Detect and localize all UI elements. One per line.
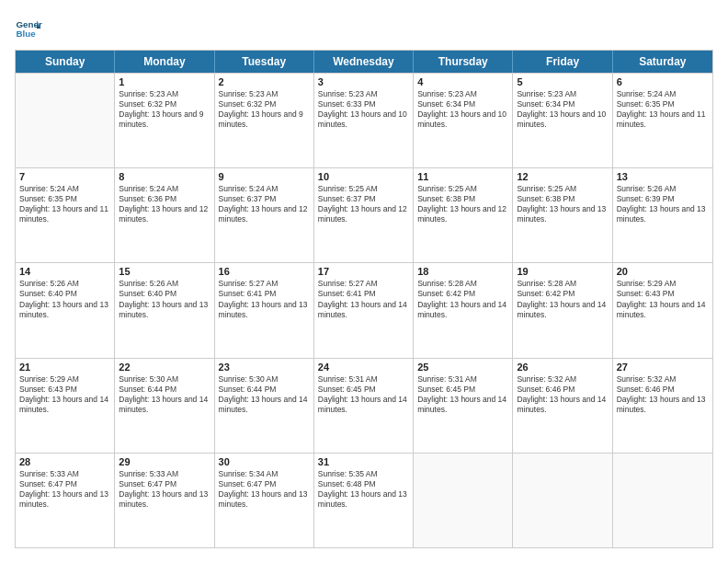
day-number: 18 xyxy=(417,266,508,277)
calendar-cell xyxy=(16,74,115,167)
calendar-cell: 3Sunrise: 5:23 AM Sunset: 6:33 PM Daylig… xyxy=(314,74,414,167)
calendar-cell: 31Sunrise: 5:35 AM Sunset: 6:48 PM Dayli… xyxy=(314,454,414,547)
calendar-cell xyxy=(513,454,612,547)
logo: General Blue xyxy=(15,15,42,42)
cell-info: Sunrise: 5:32 AM Sunset: 6:46 PM Dayligh… xyxy=(517,374,608,415)
day-number: 17 xyxy=(318,266,409,277)
cell-info: Sunrise: 5:24 AM Sunset: 6:35 PM Dayligh… xyxy=(617,89,709,130)
cell-info: Sunrise: 5:29 AM Sunset: 6:43 PM Dayligh… xyxy=(617,279,709,319)
calendar-cell: 1Sunrise: 5:23 AM Sunset: 6:32 PM Daylig… xyxy=(115,74,214,167)
calendar-cell: 29Sunrise: 5:33 AM Sunset: 6:47 PM Dayli… xyxy=(115,454,214,547)
calendar-cell: 18Sunrise: 5:28 AM Sunset: 6:42 PM Dayli… xyxy=(414,263,513,357)
cell-info: Sunrise: 5:30 AM Sunset: 6:44 PM Dayligh… xyxy=(219,374,310,415)
cell-info: Sunrise: 5:33 AM Sunset: 6:47 PM Dayligh… xyxy=(19,469,110,510)
calendar: SundayMondayTuesdayWednesdayThursdayFrid… xyxy=(15,50,713,548)
calendar-row-5: 28Sunrise: 5:33 AM Sunset: 6:47 PM Dayli… xyxy=(16,453,712,547)
header-day-sunday: Sunday xyxy=(16,51,115,73)
day-number: 5 xyxy=(517,76,608,87)
cell-info: Sunrise: 5:25 AM Sunset: 6:37 PM Dayligh… xyxy=(318,184,409,224)
day-number: 3 xyxy=(318,76,409,87)
cell-info: Sunrise: 5:26 AM Sunset: 6:40 PM Dayligh… xyxy=(119,279,210,319)
day-number: 27 xyxy=(617,362,709,373)
calendar-cell: 27Sunrise: 5:32 AM Sunset: 6:46 PM Dayli… xyxy=(613,359,712,453)
calendar-cell: 20Sunrise: 5:29 AM Sunset: 6:43 PM Dayli… xyxy=(613,263,712,357)
calendar-cell: 25Sunrise: 5:31 AM Sunset: 6:45 PM Dayli… xyxy=(414,359,513,453)
header-day-thursday: Thursday xyxy=(414,51,513,73)
day-number: 21 xyxy=(19,362,110,373)
calendar-row-2: 7Sunrise: 5:24 AM Sunset: 6:35 PM Daylig… xyxy=(16,167,712,262)
cell-info: Sunrise: 5:33 AM Sunset: 6:47 PM Dayligh… xyxy=(119,469,210,510)
calendar-cell: 10Sunrise: 5:25 AM Sunset: 6:37 PM Dayli… xyxy=(314,168,414,262)
day-number: 20 xyxy=(617,266,709,277)
cell-info: Sunrise: 5:23 AM Sunset: 6:34 PM Dayligh… xyxy=(517,89,608,130)
cell-info: Sunrise: 5:27 AM Sunset: 6:41 PM Dayligh… xyxy=(219,279,310,319)
calendar-cell: 7Sunrise: 5:24 AM Sunset: 6:35 PM Daylig… xyxy=(16,168,115,262)
calendar-cell: 24Sunrise: 5:31 AM Sunset: 6:45 PM Dayli… xyxy=(314,359,414,453)
day-number: 1 xyxy=(119,76,210,87)
day-number: 14 xyxy=(19,266,110,277)
calendar-cell: 4Sunrise: 5:23 AM Sunset: 6:34 PM Daylig… xyxy=(414,74,513,167)
day-number: 11 xyxy=(417,171,508,182)
day-number: 30 xyxy=(219,456,310,467)
calendar-cell xyxy=(613,454,712,547)
calendar-cell: 15Sunrise: 5:26 AM Sunset: 6:40 PM Dayli… xyxy=(115,263,214,357)
calendar-cell: 28Sunrise: 5:33 AM Sunset: 6:47 PM Dayli… xyxy=(16,454,115,547)
calendar-cell: 8Sunrise: 5:24 AM Sunset: 6:36 PM Daylig… xyxy=(115,168,214,262)
cell-info: Sunrise: 5:25 AM Sunset: 6:38 PM Dayligh… xyxy=(517,184,608,224)
cell-info: Sunrise: 5:24 AM Sunset: 6:37 PM Dayligh… xyxy=(219,184,310,224)
day-number: 12 xyxy=(517,171,608,182)
calendar-cell: 30Sunrise: 5:34 AM Sunset: 6:47 PM Dayli… xyxy=(215,454,314,547)
cell-info: Sunrise: 5:30 AM Sunset: 6:44 PM Dayligh… xyxy=(119,374,210,415)
calendar-cell: 17Sunrise: 5:27 AM Sunset: 6:41 PM Dayli… xyxy=(314,263,414,357)
calendar-cell: 14Sunrise: 5:26 AM Sunset: 6:40 PM Dayli… xyxy=(16,263,115,357)
day-number: 19 xyxy=(517,266,608,277)
calendar-cell: 11Sunrise: 5:25 AM Sunset: 6:38 PM Dayli… xyxy=(414,168,513,262)
day-number: 15 xyxy=(119,266,210,277)
calendar-cell: 21Sunrise: 5:29 AM Sunset: 6:43 PM Dayli… xyxy=(16,359,115,453)
calendar-cell: 23Sunrise: 5:30 AM Sunset: 6:44 PM Dayli… xyxy=(215,359,314,453)
calendar-cell: 22Sunrise: 5:30 AM Sunset: 6:44 PM Dayli… xyxy=(115,359,214,453)
calendar-body: 1Sunrise: 5:23 AM Sunset: 6:32 PM Daylig… xyxy=(16,73,712,547)
cell-info: Sunrise: 5:24 AM Sunset: 6:35 PM Dayligh… xyxy=(19,184,110,224)
calendar-row-3: 14Sunrise: 5:26 AM Sunset: 6:40 PM Dayli… xyxy=(16,262,712,357)
calendar-cell: 2Sunrise: 5:23 AM Sunset: 6:32 PM Daylig… xyxy=(215,74,314,167)
day-number: 6 xyxy=(617,76,709,87)
header-day-tuesday: Tuesday xyxy=(215,51,314,73)
cell-info: Sunrise: 5:28 AM Sunset: 6:42 PM Dayligh… xyxy=(417,279,508,319)
logo-icon: General Blue xyxy=(15,15,42,42)
svg-text:Blue: Blue xyxy=(17,29,37,39)
cell-info: Sunrise: 5:23 AM Sunset: 6:32 PM Dayligh… xyxy=(219,89,310,130)
day-number: 9 xyxy=(219,171,310,182)
calendar-cell: 16Sunrise: 5:27 AM Sunset: 6:41 PM Dayli… xyxy=(215,263,314,357)
day-number: 8 xyxy=(119,171,210,182)
day-number: 28 xyxy=(19,456,110,467)
cell-info: Sunrise: 5:25 AM Sunset: 6:38 PM Dayligh… xyxy=(417,184,508,224)
calendar-header: SundayMondayTuesdayWednesdayThursdayFrid… xyxy=(16,51,712,73)
cell-info: Sunrise: 5:31 AM Sunset: 6:45 PM Dayligh… xyxy=(417,374,508,415)
page: General Blue SundayMondayTuesdayWednesda… xyxy=(0,0,728,563)
cell-info: Sunrise: 5:28 AM Sunset: 6:42 PM Dayligh… xyxy=(517,279,608,319)
cell-info: Sunrise: 5:35 AM Sunset: 6:48 PM Dayligh… xyxy=(318,469,409,510)
cell-info: Sunrise: 5:23 AM Sunset: 6:32 PM Dayligh… xyxy=(119,89,210,130)
cell-info: Sunrise: 5:26 AM Sunset: 6:39 PM Dayligh… xyxy=(617,184,709,224)
cell-info: Sunrise: 5:26 AM Sunset: 6:40 PM Dayligh… xyxy=(19,279,110,319)
day-number: 16 xyxy=(219,266,310,277)
cell-info: Sunrise: 5:23 AM Sunset: 6:34 PM Dayligh… xyxy=(417,89,508,130)
header-day-friday: Friday xyxy=(513,51,612,73)
calendar-cell: 26Sunrise: 5:32 AM Sunset: 6:46 PM Dayli… xyxy=(513,359,612,453)
day-number: 13 xyxy=(617,171,709,182)
day-number: 25 xyxy=(417,362,508,373)
day-number: 31 xyxy=(318,456,409,467)
calendar-cell: 6Sunrise: 5:24 AM Sunset: 6:35 PM Daylig… xyxy=(613,74,712,167)
header-day-saturday: Saturday xyxy=(613,51,712,73)
header-day-monday: Monday xyxy=(115,51,214,73)
calendar-row-4: 21Sunrise: 5:29 AM Sunset: 6:43 PM Dayli… xyxy=(16,358,712,453)
calendar-cell: 5Sunrise: 5:23 AM Sunset: 6:34 PM Daylig… xyxy=(513,74,612,167)
cell-info: Sunrise: 5:31 AM Sunset: 6:45 PM Dayligh… xyxy=(318,374,409,415)
day-number: 10 xyxy=(318,171,409,182)
cell-info: Sunrise: 5:34 AM Sunset: 6:47 PM Dayligh… xyxy=(219,469,310,510)
calendar-cell: 9Sunrise: 5:24 AM Sunset: 6:37 PM Daylig… xyxy=(215,168,314,262)
calendar-row-1: 1Sunrise: 5:23 AM Sunset: 6:32 PM Daylig… xyxy=(16,73,712,167)
day-number: 7 xyxy=(19,171,110,182)
header: General Blue xyxy=(15,15,713,42)
